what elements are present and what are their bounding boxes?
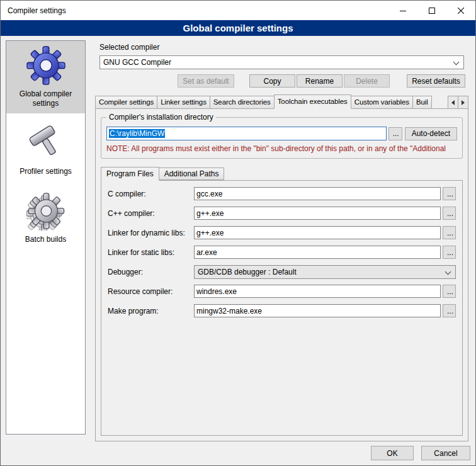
titlebar[interactable]: Compiler settings — [1, 1, 475, 20]
tab-linker-settings[interactable]: Linker settings — [157, 96, 210, 109]
sidebar-item-global-compiler-settings[interactable]: Global compiler settings — [6, 41, 85, 113]
field-label: C++ compiler: — [108, 209, 194, 218]
sidebar-item-label: Global compiler settings — [8, 89, 84, 108]
cpp-compiler-input[interactable] — [194, 207, 441, 220]
close-icon — [458, 8, 464, 14]
dialog-footer: OK Cancel — [371, 446, 470, 460]
field-label: Make program: — [108, 307, 194, 315]
page-title: Global compiler settings — [1, 20, 475, 36]
resource-compiler-row: Resource compiler: ... — [108, 285, 456, 298]
autodetect-button[interactable]: Auto-detect — [405, 127, 457, 140]
field-label: Resource compiler: — [108, 287, 194, 296]
arrow-right-icon — [462, 100, 465, 105]
c-compiler-input[interactable] — [194, 187, 441, 200]
cancel-button[interactable]: Cancel — [421, 446, 470, 460]
compiler-select-value: GNU GCC Compiler — [103, 58, 171, 67]
gear-gray-icon — [26, 191, 65, 230]
debugger-row: Debugger: GDB/CDB debugger : Default — [108, 265, 456, 278]
maximize-button[interactable] — [417, 1, 446, 20]
make-program-row: Make program: ... — [108, 304, 456, 317]
dynamic-linker-input[interactable] — [194, 226, 441, 239]
tab-build-options-clipped[interactable]: Buil — [412, 96, 432, 109]
settings-sidebar: Global compiler settings Profiler settin… — [6, 40, 86, 435]
browse-button[interactable]: ... — [443, 187, 456, 200]
compiler-actions: Set as default Copy Rename Delete Reset … — [92, 74, 465, 88]
sidebar-item-profiler-settings[interactable]: Profiler settings — [6, 118, 85, 181]
sidebar-item-label: Batch builds — [25, 235, 66, 244]
delete-button[interactable]: Delete — [344, 74, 390, 88]
compiler-select[interactable]: GNU GCC Compiler — [99, 55, 464, 69]
install-dir-input[interactable]: C:\raylib\MinGW — [106, 127, 387, 140]
chevron-down-icon — [445, 268, 451, 275]
minimize-button[interactable] — [388, 1, 417, 20]
browse-button[interactable]: ... — [443, 207, 456, 220]
tab-scroll-left-button[interactable] — [448, 96, 458, 109]
install-dir-groupbox: Compiler's installation directory C:\ray… — [101, 117, 463, 159]
sidebar-item-batch-builds[interactable]: Batch builds — [6, 186, 85, 249]
tab-compiler-settings[interactable]: Compiler settings — [95, 96, 157, 109]
settings-tabstrip: Compiler settings Linker settings Search… — [95, 94, 468, 109]
dynamic-linker-row: Linker for dynamic libs: ... — [108, 226, 456, 239]
set-as-default-button[interactable]: Set as default — [178, 74, 234, 88]
browse-button[interactable]: ... — [443, 304, 456, 317]
program-files-panel: C compiler: ... C++ compiler: ... Linker… — [101, 180, 463, 436]
debugger-select[interactable]: GDB/CDB debugger : Default — [194, 265, 456, 279]
static-linker-row: Linker for static libs: ... — [108, 246, 456, 259]
window-title: Compiler settings — [1, 1, 388, 20]
minimize-icon — [400, 8, 406, 14]
cpp-compiler-row: C++ compiler: ... — [108, 207, 456, 220]
tab-scroll-arrows — [448, 96, 468, 109]
tab-toolchain-executables[interactable]: Toolchain executables — [274, 94, 351, 109]
compiler-settings-window: Compiler settings Global compiler settin… — [0, 0, 476, 466]
field-label: Linker for dynamic libs: — [108, 229, 194, 237]
tab-custom-variables[interactable]: Custom variables — [351, 96, 413, 109]
field-label: C compiler: — [108, 190, 194, 198]
chevron-down-icon — [453, 59, 460, 65]
browse-button[interactable]: ... — [443, 285, 456, 298]
ok-button[interactable]: OK — [371, 446, 414, 460]
tab-search-directories[interactable]: Search directories — [210, 96, 275, 109]
make-program-input[interactable] — [194, 304, 441, 317]
field-label: Debugger: — [108, 268, 194, 276]
close-button[interactable] — [446, 1, 475, 20]
reset-defaults-button[interactable]: Reset defaults — [407, 74, 465, 88]
field-label: Linker for static libs: — [108, 248, 194, 257]
program-files-tabstrip: Program Files Additional Paths — [101, 166, 463, 180]
debugger-select-value: GDB/CDB debugger : Default — [198, 268, 297, 276]
browse-button[interactable]: ... — [443, 246, 456, 259]
arrow-left-icon — [451, 100, 455, 105]
groupbox-legend: Compiler's installation directory — [106, 113, 216, 122]
subtab-additional-paths[interactable]: Additional Paths — [159, 168, 225, 180]
rename-button[interactable]: Rename — [297, 74, 343, 88]
c-compiler-row: C compiler: ... — [108, 187, 456, 200]
static-linker-input[interactable] — [194, 246, 441, 259]
selected-text: C:\raylib\MinGW — [109, 129, 165, 138]
profiler-tool-icon — [26, 123, 65, 162]
main-panel: Selected compiler GNU GCC Compiler Set a… — [92, 40, 472, 443]
gear-blue-icon — [26, 46, 65, 85]
browse-button[interactable]: ... — [443, 226, 456, 239]
maximize-icon — [429, 8, 435, 14]
copy-button[interactable]: Copy — [249, 74, 295, 88]
tab-scroll-right-button[interactable] — [458, 96, 468, 109]
install-dir-row: C:\raylib\MinGW ... Auto-detect — [106, 127, 457, 140]
selected-compiler-label: Selected compiler — [99, 43, 472, 52]
resource-compiler-input[interactable] — [194, 285, 441, 298]
note-text: NOTE: All programs must exist either in … — [106, 144, 457, 153]
sidebar-item-label: Profiler settings — [20, 167, 72, 176]
install-dir-browse-button[interactable]: ... — [388, 127, 402, 140]
subtab-program-files[interactable]: Program Files — [101, 167, 159, 181]
toolchain-executables-panel: Compiler's installation directory C:\ray… — [95, 108, 468, 441]
